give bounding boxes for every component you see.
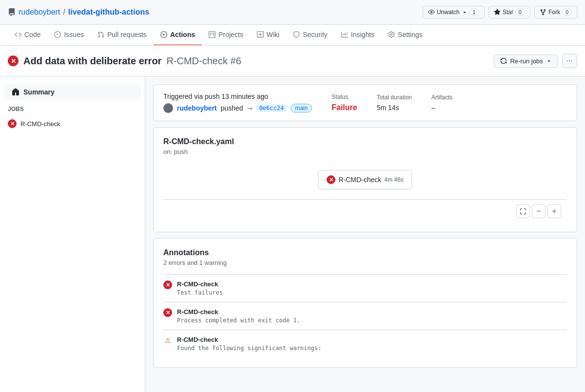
commit-hash[interactable]: 0e6cc24 — [256, 104, 287, 112]
settings-icon — [388, 31, 395, 38]
sidebar-summary[interactable]: Summary — [4, 84, 141, 100]
trigger-info: Triggered via push 13 minutes ago rudebo… — [154, 85, 577, 121]
run-status-icon: ✕ — [8, 56, 19, 66]
run-subtitle: R-CMD-check #6 — [166, 56, 241, 67]
tab-projects[interactable]: Projects — [202, 25, 250, 45]
rerun-chevron-icon — [546, 58, 552, 64]
duration-col: Total duration 5m 14s — [377, 94, 412, 112]
diagram-zoom-out-button[interactable]: − — [532, 205, 546, 218]
sidebar-job-name: R-CMD-check — [20, 120, 60, 128]
annotation-warning-icon-3: ⚠ — [163, 336, 172, 345]
trigger-card: Triggered via push 13 minutes ago rudebo… — [153, 84, 577, 121]
tab-wiki[interactable]: Wiki — [250, 25, 286, 45]
repo-name-link[interactable]: livedat-github-actions — [68, 8, 149, 17]
tab-security-label: Security — [303, 31, 328, 38]
tab-code[interactable]: Code — [8, 25, 47, 45]
duration-value: 5m 14s — [377, 104, 412, 112]
sidebar-jobs-label: Jobs — [0, 104, 145, 116]
tab-issues[interactable]: Issues — [47, 25, 90, 45]
tab-actions[interactable]: Actions — [154, 25, 202, 45]
nav-tabs: Code Issues Pull requests Actions Projec… — [0, 25, 585, 46]
issue-icon — [54, 31, 61, 38]
artifacts-col: Artifacts – — [431, 94, 452, 112]
sidebar-job-r-cmd-check[interactable]: ✕ R-CMD-check — [0, 116, 145, 131]
tab-prs-label: Pull requests — [107, 31, 147, 38]
unwatch-count: 1 — [469, 9, 479, 16]
diagram-fullscreen-button[interactable] — [516, 205, 530, 218]
tab-code-label: Code — [24, 31, 40, 38]
rerun-label: Re-run jobs — [510, 57, 543, 65]
main-content: Triggered via push 13 minutes ago rudebo… — [145, 76, 585, 392]
annotation-error-icon-1: ✕ — [163, 280, 172, 289]
header-actions: Re-run jobs ··· — [494, 54, 577, 68]
status-label: Status — [332, 93, 357, 100]
workflow-node-name: R-CMD-check — [338, 176, 381, 184]
diagram-controls: − + — [163, 199, 567, 222]
pushed-text: pushed — [221, 104, 243, 112]
tab-insights-label: Insights — [351, 31, 374, 38]
repo-name: rudeboybert / livedat-github-actions — [8, 8, 149, 17]
top-bar: rudeboybert / livedat-github-actions Unw… — [0, 0, 585, 25]
sidebar: Summary Jobs ✕ R-CMD-check — [0, 76, 145, 392]
page-header: ✕ Add data with deliberate error R-CMD-c… — [0, 46, 585, 76]
fork-count: 0 — [562, 9, 572, 16]
trigger-push-details: Triggered via push 13 minutes ago — [163, 93, 312, 100]
annotation-name-2: R-CMD-check — [177, 308, 300, 316]
workflow-node-time: 4m 46s — [384, 176, 403, 183]
fork-icon — [540, 9, 546, 16]
annotations-title: Annotations — [163, 248, 567, 257]
diagram-zoom-in-button[interactable]: + — [547, 205, 561, 218]
workflow-node-r-cmd-check[interactable]: ✕ R-CMD-check 4m 46s — [318, 170, 411, 189]
main-layout: Summary Jobs ✕ R-CMD-check Triggered via… — [0, 76, 585, 392]
annotation-item-2: ✕ R-CMD-check Process completed with exi… — [163, 302, 567, 330]
eye-icon — [428, 9, 435, 16]
home-icon — [12, 88, 20, 96]
trigger-user-commit: rudeboybert pushed ⊸ 0e6cc24 main — [163, 103, 312, 113]
tab-projects-label: Projects — [218, 31, 243, 38]
annotation-error-icon-2: ✕ — [163, 308, 172, 317]
workflow-trigger: on: push — [163, 148, 567, 155]
node-error-icon: ✕ — [327, 175, 335, 184]
tab-pull-requests[interactable]: Pull requests — [91, 25, 154, 45]
workflow-diagram: ✕ R-CMD-check 4m 46s — [163, 165, 567, 194]
tab-issues-label: Issues — [64, 31, 83, 38]
rerun-button[interactable]: Re-run jobs — [494, 55, 558, 68]
annotation-message-2: Process completed with exit code 1. — [177, 317, 300, 324]
unwatch-label: Unwatch — [437, 9, 460, 16]
status-value: Failure — [332, 103, 357, 112]
job-error-icon: ✕ — [8, 119, 17, 128]
projects-icon — [209, 31, 215, 38]
security-icon — [293, 31, 300, 38]
star-icon — [494, 9, 501, 16]
org-name[interactable]: rudeboybert — [19, 8, 60, 17]
trigger-user[interactable]: rudeboybert — [177, 104, 217, 112]
repo-actions: Unwatch 1 Star 0 Fork 0 — [423, 6, 577, 19]
status-col: Status Failure — [332, 93, 357, 112]
annotation-name-1: R-CMD-check — [177, 280, 223, 288]
annotation-message-3: Found the following significant warnings… — [177, 345, 321, 352]
workflow-filename: R-CMD-check.yaml — [163, 137, 567, 146]
tab-settings[interactable]: Settings — [381, 25, 429, 45]
annotations-subtitle: 2 errors and 1 warning — [163, 259, 567, 266]
tab-security[interactable]: Security — [286, 25, 334, 45]
unwatch-button[interactable]: Unwatch 1 — [423, 6, 485, 19]
chevron-down-icon — [462, 9, 468, 15]
wiki-icon — [257, 31, 264, 38]
tab-actions-label: Actions — [170, 31, 195, 38]
avatar — [163, 103, 173, 113]
artifacts-label: Artifacts — [431, 94, 452, 101]
star-button[interactable]: Star 0 — [488, 6, 530, 19]
branch-badge[interactable]: main — [291, 104, 312, 112]
workflow-card: R-CMD-check.yaml on: push ✕ R-CMD-check … — [153, 127, 577, 232]
rerun-icon — [500, 57, 507, 64]
more-options-button[interactable]: ··· — [562, 54, 577, 68]
repo-icon — [8, 8, 16, 16]
run-title: Add data with deliberate error — [23, 56, 161, 67]
star-count: 0 — [515, 9, 525, 16]
duration-label: Total duration — [377, 94, 412, 101]
annotation-item-3: ⚠ R-CMD-check Found the following signif… — [163, 330, 567, 357]
more-dots: ··· — [566, 56, 573, 65]
tab-settings-label: Settings — [398, 31, 423, 38]
tab-insights[interactable]: Insights — [334, 25, 381, 45]
fork-button[interactable]: Fork 0 — [534, 6, 577, 19]
